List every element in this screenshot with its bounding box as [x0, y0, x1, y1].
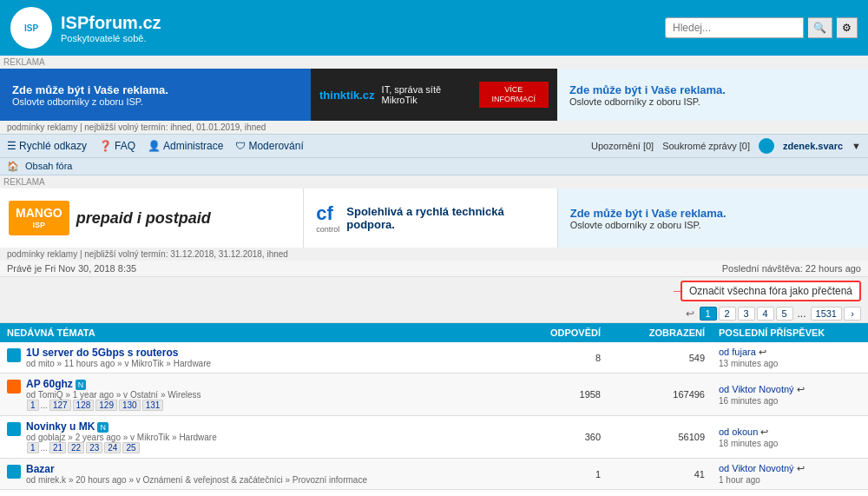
nav-soukrome[interactable]: Soukromé zprávy [0]: [662, 141, 750, 151]
user-avatar: [759, 138, 774, 154]
ad-cf[interactable]: cf control Spolehlivá a rychlá technická…: [304, 188, 557, 248]
reply-icon: ↩: [797, 463, 805, 473]
mini-page-button[interactable]: 130: [119, 400, 141, 411]
last-post-user[interactable]: od fujara: [719, 347, 756, 357]
page-next-button[interactable]: ›: [844, 307, 861, 321]
page-5-button[interactable]: 5: [776, 307, 793, 321]
topic-title[interactable]: AP 60ghz: [26, 378, 73, 390]
forum-table: NEDÁVNÁ TÉMATA ODPOVĚDÍ ZOBRAZENÍ POSLED…: [0, 323, 868, 496]
undo-icon: ↩: [686, 308, 694, 320]
page-3-button[interactable]: 3: [738, 307, 755, 321]
ad-banner-1: Zde může být i Vaše reklama. Oslovte odb…: [0, 69, 868, 121]
user-dropdown-icon[interactable]: ▼: [852, 141, 861, 151]
last-post-cell: od okoun ↩ 18 minutes ago: [712, 416, 868, 459]
view-count: 41: [608, 459, 712, 490]
mini-page-button[interactable]: 128: [73, 400, 95, 411]
header-odpovedi: ODPOVĚDÍ: [521, 323, 608, 342]
ad-banner-2: MANGO ISP prepaid i postpaid cf control …: [0, 188, 868, 248]
last-post-user[interactable]: od okoun: [719, 427, 758, 437]
search-input[interactable]: [665, 17, 804, 38]
topic-content: Novinky u MK N od goblajz » 2 years ago …: [26, 420, 514, 453]
topic-icon: [7, 422, 21, 436]
search-area: 🔍 ⚙: [665, 17, 858, 38]
podminky-2: podmínky reklamy | nejbližší volný termí…: [0, 248, 868, 261]
ad-right-2[interactable]: Zde může být i Vaše reklama. Oslovte odb…: [558, 188, 868, 248]
table-row: AP 60ghz N od TomiQ » 1 year ago » v Ost…: [0, 374, 868, 416]
info-bar: Právě je Fri Nov 30, 2018 8:35 Poslední …: [0, 261, 868, 277]
page-last-button[interactable]: 1531: [811, 307, 842, 321]
topic-title[interactable]: 1U server do 5Gbps s routeros: [26, 347, 178, 359]
table-row: Novinky u MK N od goblajz » 2 years ago …: [0, 416, 868, 459]
topic-cell: AP 60ghz N od TomiQ » 1 year ago » v Ost…: [0, 374, 521, 416]
mini-page-button[interactable]: 25: [122, 442, 139, 453]
search-button[interactable]: 🔍: [808, 17, 832, 38]
breadcrumb: 🏠 Obsah fóra: [0, 158, 868, 175]
table-row: Drziak kabla na konzolu/tyc od emel » 12…: [0, 490, 868, 497]
nav-upozorneni[interactable]: Upozornění [0]: [591, 141, 654, 151]
logo-icon: ISP: [10, 7, 52, 49]
answer-count: 8: [521, 342, 608, 374]
answer-count: 1958: [521, 374, 608, 416]
ad-more-button[interactable]: VÍCE INFORMACÍ: [479, 82, 549, 108]
nav-administrace[interactable]: 👤 Administrace: [148, 140, 223, 152]
breadcrumb-text[interactable]: Obsah fóra: [25, 161, 72, 171]
reply-icon: ↩: [760, 427, 768, 437]
mini-page-button[interactable]: 1: [27, 400, 39, 411]
current-time: Právě je Fri Nov 30, 2018 8:35: [7, 263, 136, 274]
last-post-user[interactable]: od Viktor Novotný: [719, 384, 794, 394]
last-post: od Viktor Novotný ↩ 1 hour ago: [719, 463, 861, 485]
header-zobrazeni: ZOBRAZENÍ: [608, 323, 712, 342]
mini-page-button[interactable]: 23: [86, 442, 102, 453]
ad-mango[interactable]: MANGO ISP prepaid i postpaid: [0, 188, 304, 248]
annotation-arrow: →: [670, 282, 686, 301]
topic-content: 1U server do 5Gbps s routeros od mito » …: [26, 347, 514, 368]
topic-title[interactable]: Novinky u MK: [26, 420, 95, 433]
mini-page-button[interactable]: 24: [104, 442, 121, 453]
nav-faq[interactable]: ❓ FAQ: [99, 140, 135, 152]
actions-bar: → Označit všechna fóra jako přečtená: [0, 277, 868, 305]
nav-quick-links[interactable]: ☰ Rychlé odkazy: [7, 140, 87, 152]
page-2-button[interactable]: 2: [719, 307, 736, 321]
admin-icon: 👤: [148, 140, 161, 152]
last-post-cell: od fujara ↩ 13 minutes ago: [712, 342, 868, 374]
new-badge: N: [76, 380, 87, 390]
mini-page-button[interactable]: 22: [68, 442, 84, 453]
site-subtitle: Poskytovatelé sobě.: [61, 33, 161, 43]
page-4-button[interactable]: 4: [757, 307, 774, 321]
mod-icon: 🛡: [235, 140, 246, 152]
mini-page-button[interactable]: 131: [142, 400, 164, 411]
reply-icon: ↩: [797, 384, 805, 394]
last-post-time: 16 minutes ago: [719, 396, 778, 406]
ad-middle-1[interactable]: thinktik.cz IT, správa sítě MikroTik VÍC…: [311, 69, 557, 121]
last-post: od okoun ↩ 18 minutes ago: [719, 427, 861, 448]
mark-read-button[interactable]: Označit všechna fóra jako přečtená: [681, 281, 861, 301]
mango-text: prepaid i postpaid: [76, 209, 211, 228]
nav-username[interactable]: zdenek.svarc: [783, 141, 843, 151]
last-post-time: 13 minutes ago: [719, 359, 778, 368]
header: ISP ISPforum.cz Poskytovatelé sobě. 🔍 ⚙: [0, 0, 868, 56]
mini-page-button[interactable]: 21: [49, 442, 66, 453]
faq-icon: ❓: [99, 140, 112, 152]
ad-right-1[interactable]: Zde může být i Vaše reklama. Oslovte odb…: [557, 69, 868, 121]
ad-left-1[interactable]: Zde může být i Vaše reklama. Oslovte odb…: [0, 69, 311, 121]
topic-title[interactable]: Bazar: [26, 463, 55, 475]
mini-page-button[interactable]: 1: [27, 442, 39, 453]
table-row: 1U server do 5Gbps s routeros od mito » …: [0, 342, 868, 374]
mini-page-button[interactable]: 129: [95, 400, 117, 411]
settings-button[interactable]: ⚙: [837, 17, 858, 38]
menu-icon: ☰: [7, 140, 16, 152]
view-count: 549: [608, 342, 712, 374]
page-1-button[interactable]: 1: [700, 307, 717, 321]
view-count: 576: [608, 490, 712, 497]
site-title: ISPforum.cz: [61, 13, 161, 33]
topic-cell: Bazar od mirek.k » 20 hours ago » v Ozná…: [0, 459, 521, 490]
mini-page-button[interactable]: 127: [49, 400, 71, 411]
topic-icon: [7, 380, 21, 393]
nav-moderovani[interactable]: 🛡 Moderování: [235, 140, 303, 152]
last-post-cell: od Viktor Novotný ↩ 1 hour ago: [712, 459, 868, 490]
reklama-label-1: REKLAMA: [0, 56, 868, 69]
view-count: 167496: [608, 374, 712, 416]
cf-text: Spolehlivá a rychlá technická podpora.: [346, 205, 544, 231]
last-post-user[interactable]: od Viktor Novotný: [719, 463, 794, 473]
table-row: Bazar od mirek.k » 20 hours ago » v Ozná…: [0, 459, 868, 490]
